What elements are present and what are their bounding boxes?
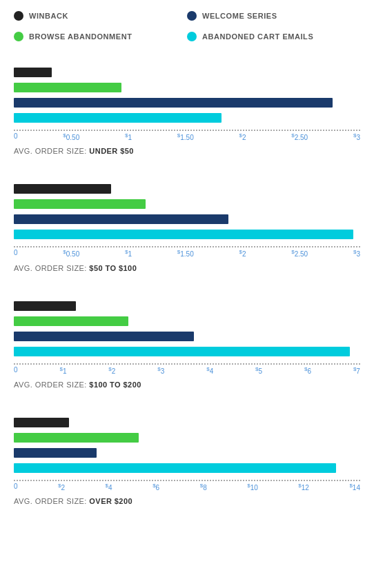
- bar-row-welcome-series: [14, 447, 360, 459]
- bar-row-browse-abandonment: [14, 198, 360, 210]
- axis-label: $6: [304, 366, 311, 375]
- winback-dot: [14, 11, 23, 21]
- bar-row-browse-abandonment: [14, 432, 360, 444]
- axis-label: 0: [14, 483, 18, 491]
- axis-label: $1.50: [177, 249, 194, 258]
- axis-label: $5: [255, 366, 262, 375]
- axis-label: $12: [298, 483, 309, 491]
- axis-label: $10: [247, 483, 258, 491]
- bar-row-welcome-series: [14, 97, 360, 109]
- axis-label: $2: [239, 249, 246, 258]
- chart-under-50: 0$0.50$1$1.50$2$2.50$3AVG. ORDER SIZE: U…: [14, 61, 360, 155]
- bar-row-browse-abandonment: [14, 81, 360, 94]
- axis-dots-under-50: [14, 130, 360, 131]
- axis-label: $2.50: [291, 132, 308, 141]
- bar-row-winback: [14, 416, 360, 429]
- bar-row-winback: [14, 183, 360, 195]
- bar-row-abandoned-cart: [14, 345, 360, 358]
- bar-winback: [14, 418, 69, 427]
- legend-item-winback: WINBACK: [14, 11, 187, 21]
- axis-label: $4: [106, 483, 112, 491]
- axis-label: $0.50: [63, 249, 79, 258]
- axis-label: $0.50: [63, 132, 79, 141]
- bar-row-abandoned-cart: [14, 228, 360, 241]
- axis-labels-100-to-200: 0$1$2$3$4$5$6$7: [14, 366, 360, 375]
- axis-label: $2.50: [291, 249, 308, 258]
- axis-label: $7: [353, 366, 360, 375]
- bar-welcome-series: [14, 332, 194, 341]
- chart-50-to-100: 0$0.50$1$1.50$2$2.50$3AVG. ORDER SIZE: $…: [14, 177, 360, 272]
- bar-row-winback: [14, 66, 360, 79]
- bar-browse-abandonment: [14, 316, 128, 326]
- welcome-series-label: WELCOME SERIES: [202, 12, 277, 20]
- bar-row-welcome-series: [14, 213, 360, 225]
- bar-winback: [14, 184, 111, 194]
- section-title-under-50: AVG. ORDER SIZE: UNDER $50: [14, 147, 360, 155]
- axis-label: $1: [59, 366, 66, 375]
- legend-item-welcome-series: WELCOME SERIES: [187, 11, 360, 21]
- browse-abandonment-dot: [14, 32, 23, 41]
- axis-label: $3: [353, 132, 360, 141]
- axis-label: 0: [14, 132, 18, 141]
- legend-item-browse-abandonment: BROWSE ABANDONMENT: [14, 32, 187, 41]
- winback-label: WINBACK: [29, 12, 68, 20]
- bar-browse-abandonment: [14, 83, 121, 92]
- axis-label: $4: [206, 366, 213, 375]
- bar-abandoned-cart: [14, 463, 336, 473]
- axis-label: $1.50: [177, 132, 194, 141]
- bar-abandoned-cart: [14, 113, 222, 123]
- bars-100-to-200: [14, 294, 360, 363]
- bar-welcome-series: [14, 214, 228, 224]
- axis-label: $8: [200, 483, 207, 491]
- axis-labels-over-200: 0$2$4$6$8$10$12$14: [14, 483, 360, 491]
- abandoned-cart-label: ABANDONED CART EMAILS: [202, 32, 313, 41]
- axis-label: 0: [14, 249, 18, 258]
- bar-browse-abandonment: [14, 433, 139, 443]
- browse-abandonment-label: BROWSE ABANDONMENT: [29, 32, 132, 41]
- axis-label: $3: [353, 249, 360, 258]
- bar-row-welcome-series: [14, 330, 360, 343]
- axis-label: 0: [14, 366, 18, 375]
- axis-label: $2: [108, 366, 115, 375]
- bar-abandoned-cart: [14, 347, 350, 356]
- bar-winback: [14, 301, 76, 311]
- bar-browse-abandonment: [14, 199, 146, 209]
- bar-abandoned-cart: [14, 230, 353, 239]
- bar-row-browse-abandonment: [14, 315, 360, 327]
- axis-label: $2: [58, 483, 65, 491]
- welcome-series-dot: [187, 11, 197, 21]
- section-title-over-200: AVG. ORDER SIZE: OVER $200: [14, 497, 360, 505]
- axis-label: $1: [125, 249, 132, 258]
- axis-label: $3: [157, 366, 164, 375]
- bar-row-abandoned-cart: [14, 462, 360, 474]
- bars-over-200: [14, 411, 360, 480]
- axis-labels-under-50: 0$0.50$1$1.50$2$2.50$3: [14, 132, 360, 141]
- bars-50-to-100: [14, 177, 360, 246]
- bar-row-winback: [14, 300, 360, 312]
- axis-labels-50-to-100: 0$0.50$1$1.50$2$2.50$3: [14, 249, 360, 258]
- bar-row-abandoned-cart: [14, 112, 360, 124]
- axis-dots-over-200: [14, 480, 360, 481]
- legend: WINBACK WELCOME SERIES BROWSE ABANDONMEN…: [14, 11, 360, 47]
- bar-welcome-series: [14, 448, 97, 458]
- axis-dots-50-to-100: [14, 246, 360, 247]
- axis-label: $6: [152, 483, 159, 491]
- bars-under-50: [14, 61, 360, 130]
- section-title-50-to-100: AVG. ORDER SIZE: $50 TO $100: [14, 264, 360, 272]
- abandoned-cart-dot: [187, 32, 197, 41]
- bar-welcome-series: [14, 98, 333, 108]
- axis-label: $2: [239, 132, 246, 141]
- axis-label: $1: [125, 132, 132, 141]
- bar-winback: [14, 68, 52, 77]
- axis-label: $14: [349, 483, 360, 491]
- section-title-100-to-200: AVG. ORDER SIZE: $100 TO $200: [14, 381, 360, 389]
- chart-100-to-200: 0$1$2$3$4$5$6$7AVG. ORDER SIZE: $100 TO …: [14, 294, 360, 389]
- chart-over-200: 0$2$4$6$8$10$12$14AVG. ORDER SIZE: OVER …: [14, 411, 360, 505]
- axis-dots-100-to-200: [14, 363, 360, 365]
- charts-container: 0$0.50$1$1.50$2$2.50$3AVG. ORDER SIZE: U…: [14, 61, 360, 505]
- legend-item-abandoned-cart: ABANDONED CART EMAILS: [187, 32, 360, 41]
